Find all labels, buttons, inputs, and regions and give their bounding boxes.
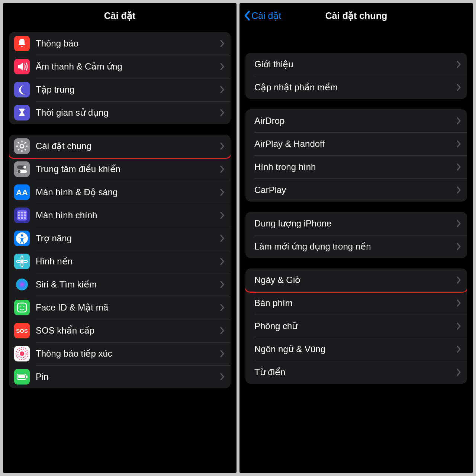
general-list: Giới thiệuCập nhật phần mềmAirDropAirPla…	[239, 28, 473, 473]
sos-icon: SOS	[14, 323, 30, 338]
row-screentime[interactable]: Thời gian sử dụng	[9, 101, 231, 124]
chevron-right-icon	[220, 142, 225, 150]
row-about[interactable]: Giới thiệu	[245, 53, 467, 76]
row-label: Trợ năng	[36, 233, 220, 244]
chevron-right-icon	[457, 276, 461, 284]
row-label: Thông báo	[36, 38, 220, 49]
svg-rect-19	[21, 215, 23, 216]
chevron-left-icon	[243, 10, 251, 21]
chevron-right-icon	[220, 281, 225, 288]
header: Cài đặt Cài đặt chung	[239, 3, 473, 28]
row-label: Dung lượng iPhone	[254, 218, 457, 229]
svg-point-30	[23, 260, 28, 263]
row-label: CarPlay	[254, 185, 457, 195]
row-label: Face ID & Mật mã	[36, 302, 220, 313]
row-display[interactable]: AAMàn hình & Độ sáng	[9, 181, 231, 204]
siri-icon	[14, 277, 30, 292]
row-label: Trung tâm điều khiển	[36, 164, 220, 174]
svg-point-28	[21, 263, 23, 267]
row-datetime[interactable]: Ngày & Giờ	[245, 268, 467, 292]
svg-point-36	[20, 351, 24, 356]
row-wallpaper[interactable]: Hình nền	[9, 250, 231, 273]
row-label: Thời gian sử dụng	[36, 107, 220, 118]
chevron-right-icon	[457, 163, 461, 171]
settings-list: Thông báoÂm thanh & Cảm ứngTập trungThời…	[3, 28, 237, 473]
chevron-right-icon	[457, 299, 461, 307]
row-control-center[interactable]: Trung tâm điều khiển	[9, 158, 231, 181]
row-accessibility[interactable]: Trợ năng	[9, 227, 231, 250]
settings-screen-left: Cài đặt Thông báoÂm thanh & Cảm ứngTập t…	[3, 3, 237, 473]
aa-icon: AA	[14, 184, 30, 200]
svg-rect-17	[24, 212, 26, 213]
row-sounds[interactable]: Âm thanh & Cảm ứng	[9, 55, 231, 78]
row-homescreen[interactable]: Màn hình chính	[9, 204, 231, 227]
row-keyboard[interactable]: Bàn phím	[245, 292, 467, 315]
svg-rect-32	[17, 303, 26, 312]
row-faceid[interactable]: Face ID & Mật mã	[9, 296, 231, 319]
chevron-right-icon	[457, 369, 461, 376]
hourglass-icon	[14, 105, 30, 120]
row-label: Từ điển	[254, 367, 457, 377]
row-label: AirDrop	[254, 116, 457, 126]
row-dictionary[interactable]: Từ điển	[245, 361, 467, 384]
row-label: Màn hình chính	[36, 210, 220, 221]
svg-point-25	[21, 234, 23, 237]
chevron-right-icon	[220, 212, 225, 219]
exposure-icon	[14, 346, 30, 361]
chevron-right-icon	[457, 140, 461, 148]
back-button[interactable]: Cài đặt	[243, 10, 281, 21]
chevron-right-icon	[220, 165, 225, 173]
row-focus[interactable]: Tập trung	[9, 78, 231, 101]
chevron-right-icon	[220, 258, 225, 265]
row-siri[interactable]: Siri & Tìm kiếm	[9, 273, 231, 296]
chevron-right-icon	[457, 345, 461, 353]
general-group: Ngày & GiờBàn phímPhông chữNgôn ngữ & Vù…	[245, 268, 467, 384]
row-battery[interactable]: Pin	[9, 365, 231, 388]
svg-point-10	[23, 166, 26, 169]
battery-icon	[14, 369, 30, 385]
face-icon	[14, 300, 30, 315]
row-label: Hình trong hình	[254, 162, 457, 172]
row-label: AirPlay & Handoff	[254, 139, 457, 149]
row-storage[interactable]: Dung lượng iPhone	[245, 212, 467, 235]
svg-rect-41	[18, 375, 25, 378]
chevron-right-icon	[220, 63, 225, 70]
row-fonts[interactable]: Phông chữ	[245, 315, 467, 338]
settings-group: Thông báoÂm thanh & Cảm ứngTập trungThời…	[9, 32, 231, 124]
svg-line-6	[25, 149, 26, 150]
row-language[interactable]: Ngôn ngữ & Vùng	[245, 338, 467, 361]
chevron-right-icon	[220, 304, 225, 311]
chevron-right-icon	[220, 40, 225, 47]
chevron-right-icon	[457, 61, 461, 68]
svg-point-12	[17, 170, 20, 173]
chevron-right-icon	[220, 350, 225, 357]
svg-rect-23	[24, 217, 26, 219]
row-label: Bàn phím	[254, 298, 457, 308]
general-group: Giới thiệuCập nhật phần mềm	[245, 53, 467, 99]
svg-point-31	[16, 279, 28, 290]
row-label: Giới thiệu	[254, 59, 457, 70]
chevron-right-icon	[457, 84, 461, 91]
svg-point-27	[21, 256, 23, 260]
row-update[interactable]: Cập nhật phần mềm	[245, 76, 467, 99]
row-label: Cập nhật phần mềm	[254, 82, 457, 93]
accessibility-icon	[14, 231, 30, 246]
row-airplay[interactable]: AirPlay & Handoff	[245, 132, 467, 155]
svg-line-8	[25, 142, 26, 144]
row-refresh[interactable]: Làm mới ứng dụng trong nền	[245, 235, 467, 258]
chevron-right-icon	[220, 109, 225, 116]
chevron-right-icon	[220, 235, 225, 242]
svg-rect-16	[21, 212, 23, 213]
row-carplay[interactable]: CarPlay	[245, 178, 467, 202]
row-airdrop[interactable]: AirDrop	[245, 109, 467, 132]
row-notifications[interactable]: Thông báo	[9, 32, 231, 55]
gear-icon	[14, 138, 30, 154]
svg-rect-18	[18, 215, 20, 216]
row-label: Cài đặt chung	[36, 141, 220, 151]
chevron-right-icon	[220, 189, 225, 196]
row-sos[interactable]: SOSSOS khẩn cấp	[9, 319, 231, 342]
row-general[interactable]: Cài đặt chung	[9, 135, 231, 158]
row-pip[interactable]: Hình trong hình	[245, 155, 467, 178]
switches-icon	[14, 161, 30, 177]
row-exposure[interactable]: Thông báo tiếp xúc	[9, 342, 231, 365]
